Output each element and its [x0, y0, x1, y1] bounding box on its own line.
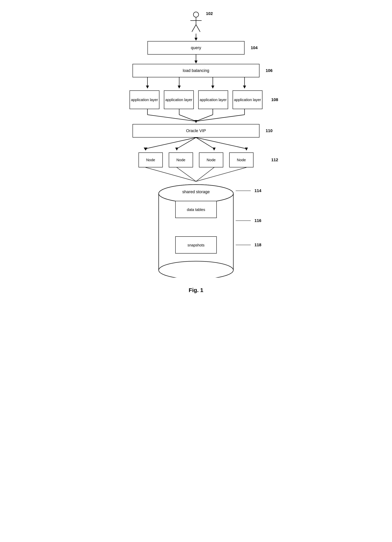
svg-marker-17 — [243, 86, 246, 89]
svg-text:snapshots: snapshots — [187, 243, 204, 247]
svg-line-36 — [177, 167, 196, 181]
shared-storage-ref-label: 114 — [254, 188, 261, 193]
svg-text:shared storage: shared storage — [182, 190, 210, 194]
oracle-vip-box: Oracle VIP — [132, 124, 260, 137]
load-balancing-box: load balancing — [132, 64, 260, 77]
svg-marker-9 — [195, 60, 197, 64]
svg-line-4 — [196, 25, 200, 32]
svg-line-29 — [177, 137, 196, 149]
arrows-vip-to-nodes — [127, 137, 265, 152]
person-icon — [189, 11, 203, 34]
node-box-4: Node — [229, 152, 254, 167]
node-box-2: Node — [169, 152, 193, 167]
svg-line-35 — [146, 167, 196, 181]
arrows-nodes-to-storage — [127, 167, 265, 184]
svg-marker-20 — [195, 120, 197, 123]
oracle-vip-label: Oracle VIP — [186, 128, 206, 133]
node-box-3: Node — [199, 152, 223, 167]
app-layer-box-2: application layer — [164, 90, 194, 109]
svg-line-27 — [146, 137, 196, 149]
app-layer-ref-label: 108 — [271, 97, 278, 102]
shared-storage-cylinder: shared storage data tables snapshots — [157, 184, 235, 278]
query-box: query — [148, 41, 244, 54]
svg-marker-15 — [211, 86, 214, 89]
svg-line-38 — [196, 167, 246, 181]
svg-marker-13 — [178, 86, 181, 89]
svg-marker-32 — [213, 148, 216, 151]
load-balancing-label: load balancing — [183, 68, 209, 73]
svg-point-0 — [193, 12, 199, 17]
arrow-person-to-query — [193, 34, 199, 41]
figure-caption: Fig. 1 — [189, 287, 203, 293]
svg-line-26 — [196, 115, 244, 121]
app-layer-box-4: application layer — [233, 90, 262, 109]
svg-line-33 — [196, 137, 246, 149]
app-layer-box-3: application layer — [198, 90, 228, 109]
svg-marker-30 — [175, 148, 178, 151]
query-label: query — [191, 45, 201, 50]
user-ref-label: 102 — [206, 11, 213, 16]
query-ref-label: 104 — [251, 45, 258, 50]
load-balancing-ref-label: 106 — [266, 68, 273, 73]
arrows-lb-to-apps — [127, 77, 265, 90]
svg-marker-28 — [144, 148, 148, 151]
svg-line-31 — [196, 137, 214, 149]
svg-line-3 — [192, 25, 196, 32]
node-box-1: Node — [138, 152, 163, 167]
svg-point-42 — [159, 261, 233, 278]
snapshots-ref-line — [236, 242, 254, 248]
svg-text:data tables: data tables — [187, 208, 205, 212]
data-tables-ref-label: 116 — [254, 218, 261, 223]
svg-line-19 — [148, 115, 196, 121]
svg-line-37 — [196, 167, 214, 181]
svg-marker-11 — [146, 86, 149, 89]
arrow-query-to-lb — [193, 54, 199, 64]
storage-ref-line — [236, 188, 254, 194]
oracle-vip-ref-label: 110 — [266, 128, 273, 133]
svg-marker-34 — [245, 148, 248, 151]
svg-marker-7 — [195, 38, 197, 41]
snapshots-ref-label: 118 — [254, 243, 261, 247]
arrows-apps-to-vip — [127, 109, 265, 124]
data-tables-ref-line — [236, 218, 254, 223]
app-layer-box-1: application layer — [130, 90, 159, 109]
node-ref-label: 112 — [271, 157, 278, 162]
